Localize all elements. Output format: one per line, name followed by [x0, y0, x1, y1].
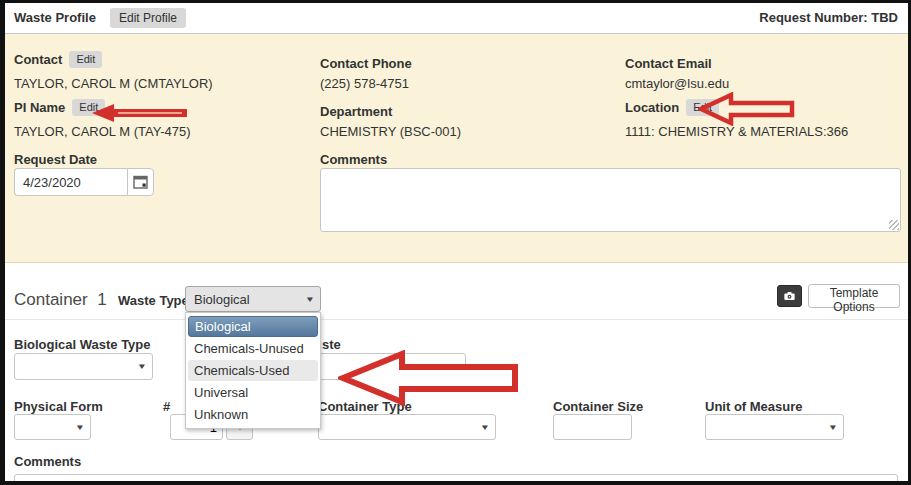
page-title: Waste Profile — [14, 10, 96, 25]
chevron-down-icon: ▼ — [305, 295, 315, 304]
dropdown-option-chemicals-unused[interactable]: Chemicals-Unused — [188, 338, 318, 359]
unit-of-measure-label: Unit of Measure — [705, 399, 803, 414]
department-value: CHEMISTRY (BSC-001) — [320, 124, 461, 139]
pi-name-edit-button[interactable]: Edit — [72, 99, 105, 116]
request-date-input[interactable] — [14, 168, 127, 196]
profile-comments-label: Comments — [320, 152, 387, 167]
chevron-down-icon: ▼ — [75, 423, 85, 432]
count-label: # — [163, 399, 170, 414]
pi-name-value: TAYLOR, CAROL M (TAY-475) — [14, 124, 191, 139]
location-label: Location — [625, 100, 679, 115]
container-size-label: Container Size — [553, 399, 643, 414]
container-comments-input[interactable] — [14, 474, 898, 485]
biological-waste-type-select[interactable]: ▼ — [14, 353, 153, 380]
request-number-label: Request Number: — [759, 10, 867, 25]
waste-type-dropdown-list: Biological Chemicals-Unused Chemicals-Us… — [185, 312, 321, 429]
container-number: 1 — [97, 290, 106, 309]
dropdown-option-chemicals-used[interactable]: Chemicals-Used — [188, 360, 318, 381]
top-bar: Waste Profile Edit Profile Request Numbe… — [5, 3, 908, 34]
calendar-button[interactable] — [127, 168, 154, 196]
waste-profile-page: Waste Profile Edit Profile Request Numbe… — [0, 0, 911, 485]
contact-email-label: Contact Email — [625, 56, 712, 71]
calendar-icon — [133, 175, 148, 189]
dropdown-option-biological[interactable]: Biological — [188, 316, 318, 337]
dropdown-option-universal[interactable]: Universal — [188, 382, 318, 403]
dropdown-option-unknown[interactable]: Unknown — [188, 404, 318, 425]
profile-comments-textarea[interactable] — [320, 168, 901, 232]
contact-value: TAYLOR, CAROL M (CMTAYLOR) — [14, 76, 213, 91]
profile-panel: Contact Edit TAYLOR, CAROL M (CMTAYLOR) … — [5, 34, 908, 263]
chevron-down-icon: ▼ — [480, 423, 490, 432]
contact-phone-value: (225) 578-4751 — [320, 76, 409, 91]
waste-type-label: Waste Type — [118, 293, 189, 308]
pi-name-label: PI Name — [14, 100, 65, 115]
department-label: Department — [320, 104, 392, 119]
contact-label: Contact — [14, 52, 62, 67]
biological-waste-type-label: Biological Waste Type — [14, 337, 151, 352]
request-date-picker — [14, 168, 154, 196]
edit-profile-button[interactable]: Edit Profile — [110, 8, 186, 28]
container-type-label: Container Type — [318, 399, 412, 414]
contact-edit-button[interactable]: Edit — [69, 51, 102, 68]
camera-icon — [784, 290, 795, 302]
request-number: Request Number: TBD — [759, 10, 898, 25]
container-size-input[interactable] — [553, 414, 632, 440]
chevron-down-icon: ▼ — [828, 423, 838, 432]
physical-form-select[interactable]: ▼ — [14, 414, 91, 440]
waste-type-select[interactable]: Biological ▼ — [185, 286, 321, 312]
camera-button[interactable] — [777, 285, 802, 307]
contact-phone-label: Contact Phone — [320, 56, 412, 71]
chevron-down-icon: ▼ — [137, 362, 147, 371]
unit-of-measure-select[interactable]: ▼ — [705, 414, 844, 440]
container-comments-label: Comments — [14, 454, 81, 469]
location-value: 1111: CHEMISTRY & MATERIALS:366 — [625, 124, 848, 139]
physical-form-label: Physical Form — [14, 399, 103, 414]
waste-type-selected-value: Biological — [194, 292, 250, 307]
container-title: Container 1 — [14, 290, 107, 310]
request-number-value: TBD — [871, 10, 898, 25]
location-edit-button[interactable]: Edit — [686, 99, 719, 116]
obscured-label-fragment: ste — [322, 337, 341, 352]
section-divider — [5, 319, 908, 320]
contact-email-value: cmtaylor@lsu.edu — [625, 76, 729, 91]
container-type-select[interactable]: ▼ — [318, 414, 496, 440]
textarea-resize-grip[interactable] — [889, 220, 899, 230]
template-options-button[interactable]: Template Options — [808, 284, 900, 308]
request-date-label: Request Date — [14, 152, 97, 167]
